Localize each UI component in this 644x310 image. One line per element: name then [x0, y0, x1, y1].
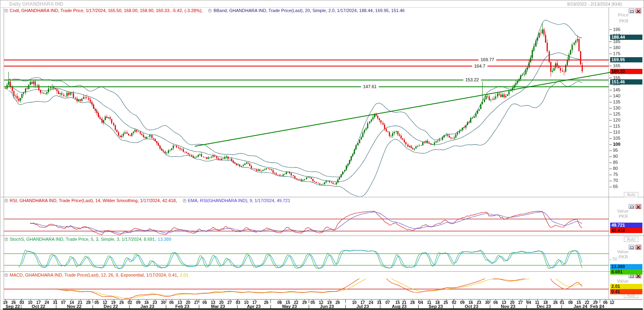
value-badge: 151.46: [610, 79, 642, 85]
clock-icon: [4, 238, 8, 241]
day-label: 27: [516, 300, 525, 305]
month-label: Sep 23: [429, 304, 443, 309]
month-label: Jul 23: [356, 304, 369, 309]
stoch-panel-controls: [629, 245, 641, 250]
day-label: 02: [450, 300, 458, 305]
day-label: 01: [558, 300, 567, 305]
hline-label-147-61[interactable]: 147.61: [361, 84, 379, 89]
price-tick-label: 180: [613, 45, 620, 50]
day-label: 02: [126, 300, 134, 305]
day-label: 31: [51, 300, 60, 305]
price-tick-label: 95: [613, 148, 618, 153]
day-label: 26: [262, 300, 270, 305]
price-tick-label: 145: [613, 87, 620, 93]
price-tick-label: 195: [613, 27, 620, 32]
macd-legend: MACD, GHANDHARA IND, Trade Price(Last), …: [4, 273, 188, 277]
stoch-legend: StochS, GHANDHARA IND, Trade Price, 5, 3…: [4, 237, 171, 242]
day-label: 05: [92, 300, 101, 305]
stoch-axis-title: Value: [617, 249, 629, 254]
day-label: 03: [233, 300, 242, 305]
main-legend: Cndl, GHANDHARA IND, Trade Price, 1/17/2…: [4, 8, 405, 13]
price-tick-label: 120: [613, 118, 620, 123]
minimize-icon[interactable]: [629, 8, 634, 13]
legend-item[interactable]: StochS, GHANDHARA IND, Trade Price, 5, 3…: [4, 237, 171, 242]
price-tick-label: 105: [613, 136, 620, 141]
month-label: Feb 24: [590, 304, 605, 309]
month-label: Aug 23: [392, 304, 407, 309]
legend-text: 13.389: [158, 237, 171, 242]
price-tick-label: 135: [613, 99, 620, 105]
price-tick-label: 115: [613, 124, 620, 129]
rsi-axis-title: Value: [617, 209, 629, 213]
value-badge: 2.01: [610, 284, 642, 289]
legend-text: RSI, GHANDHARA IND, Trade Price(Last), 1…: [10, 198, 177, 203]
clock-icon: [4, 273, 8, 277]
day-label: 06: [491, 300, 500, 305]
month-label: Sep 22: [6, 304, 20, 309]
month-label: Feb 23: [175, 304, 189, 309]
price-tick-label: 90: [613, 154, 618, 159]
value-badge: 13.389: [610, 264, 642, 269]
day-label: 29: [300, 300, 309, 305]
minimize-icon[interactable]: [629, 204, 634, 209]
value-badge: 8.691: [610, 269, 642, 275]
rsi-axis-auto-button[interactable]: Auto: [624, 237, 638, 242]
legend-text: Cndl, GHANDHARA IND, Trade Price, 1/17/2…: [10, 8, 202, 13]
day-label: 04: [417, 300, 425, 305]
clock-icon: [4, 9, 8, 12]
month-label: Nov 22: [67, 304, 81, 309]
month-label: May 23: [282, 304, 297, 309]
legend-text: BBand, GHANDHARA IND, Trade Price(Last),…: [213, 8, 405, 13]
legend-item[interactable]: Cndl, GHANDHARA IND, Trade Price, 1/17/2…: [4, 8, 202, 13]
hline-label-164-7[interactable]: 164.7: [472, 64, 487, 69]
close-icon[interactable]: [636, 8, 641, 13]
month-label: Jun 23: [320, 304, 334, 309]
day-label: 12: [608, 300, 617, 305]
legend-item[interactable]: BBand, GHANDHARA IND, Trade Price(Last),…: [208, 8, 405, 13]
price-axis-auto-button[interactable]: Auto: [624, 192, 638, 197]
price-tick-label: 80: [613, 166, 618, 171]
month-label: Nov 23: [501, 304, 515, 309]
macd-axis-title: Value: [617, 279, 629, 283]
price-tick-label: 85: [613, 160, 618, 165]
day-label: 28: [408, 300, 417, 305]
close-icon[interactable]: [636, 245, 641, 250]
legend-text: EMA, RSI(GHANDHARA IND), 9, 1/17/2024, 4…: [188, 198, 290, 203]
day-label: 26: [117, 300, 126, 305]
close-icon[interactable]: [636, 204, 641, 209]
legend-item[interactable]: RSI, GHANDHARA IND, Trade Price(Last), 1…: [4, 198, 177, 203]
legend-text: MACD, GHANDHARA IND, Trade Price(Last), …: [10, 273, 178, 277]
rsi-legend: RSI, GHANDHARA IND, Trade Price(Last), 1…: [4, 198, 290, 203]
month-label: Dec 23: [537, 304, 551, 309]
date-range: 9/19/2022 - 2/13/2024 (KHI): [567, 2, 622, 6]
month-label: Oct 23: [465, 304, 479, 309]
price-tick-label: 125: [613, 112, 620, 117]
day-label: 28: [84, 300, 93, 305]
hline-label-169-77[interactable]: 169.77: [479, 57, 496, 62]
rsi-panel-controls: [629, 204, 641, 209]
chart-title: Daily GHANDHARA IND: [9, 1, 63, 7]
legend-text: 2.01: [180, 273, 188, 277]
main-panel-controls: [629, 8, 641, 13]
hline-label-153-22[interactable]: 153.22: [463, 77, 481, 83]
month-label: Dec 22: [104, 304, 118, 309]
rsi-axis-unit: PKR: [619, 214, 628, 219]
legend-item[interactable]: MACD, GHANDHARA IND, Trade Price(Last), …: [4, 273, 188, 277]
value-badge: 160.33: [610, 69, 642, 74]
day-label: 30: [483, 300, 492, 305]
price-axis-unit: PKR: [619, 19, 628, 23]
minimize-icon[interactable]: [629, 245, 634, 250]
clock-icon: [208, 9, 212, 12]
day-label: 26: [333, 300, 342, 305]
value-badge: 169.95: [610, 57, 642, 62]
day-label: 04: [524, 300, 533, 305]
chart-canvas[interactable]: [0, 0, 644, 310]
price-tick-label: 75: [613, 172, 618, 177]
legend-item[interactable]: EMA, RSI(GHANDHARA IND), 9, 1/17/2024, 4…: [183, 198, 290, 203]
value-badge: 42.418: [610, 228, 642, 233]
chart-window: Daily GHANDHARA IND 9/19/2022 - 2/13/202…: [0, 0, 644, 310]
clock-icon: [4, 199, 8, 203]
day-label: 06: [167, 300, 176, 305]
day-label: 27: [225, 300, 234, 305]
value-badge: 0.41: [610, 289, 642, 294]
